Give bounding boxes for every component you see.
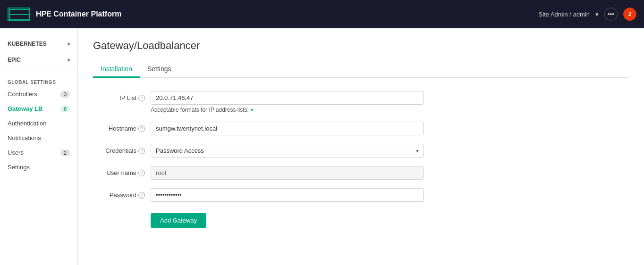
gateway-form: IP List ? Acceptable formats for IP addr…	[93, 91, 424, 228]
hostname-label: Hostname ?	[93, 122, 145, 132]
epic-section[interactable]: EPIC ▾	[0, 52, 77, 68]
username-input[interactable]	[151, 166, 424, 180]
chevron-icon[interactable]: ▾	[595, 11, 599, 18]
sidebar-item-controllers[interactable]: Controllers 3	[0, 87, 77, 101]
sidebar-label-authentication: Authentication	[8, 120, 46, 127]
more-options-button[interactable]: •••	[604, 8, 618, 21]
credentials-control: Password Access Key Based Access ▾	[151, 144, 424, 157]
password-label: Password ?	[93, 188, 145, 199]
credentials-label: Credentials ?	[93, 144, 145, 154]
sidebar-badge-users: 2	[60, 149, 70, 156]
hostname-input[interactable]	[151, 122, 424, 135]
ip-list-info-icon[interactable]: ?	[138, 95, 145, 101]
credentials-select[interactable]: Password Access Key Based Access	[151, 144, 424, 157]
credentials-row: Credentials ? Password Access Key Based …	[93, 144, 424, 157]
password-input[interactable]	[151, 188, 424, 202]
epic-label: EPIC	[8, 57, 21, 63]
ip-list-input[interactable]	[151, 91, 424, 105]
sidebar-label-settings: Settings	[8, 164, 30, 171]
hostname-control	[151, 122, 424, 135]
ip-list-control: Acceptable formats for IP address lists:…	[151, 91, 424, 113]
ip-list-label-text: IP List	[119, 94, 136, 101]
header-title: HPE Container Platform	[36, 10, 121, 18]
form-actions: Add Gateway	[151, 213, 424, 228]
global-settings-section-label: GLOBAL SETTINGS	[0, 76, 77, 87]
username-control	[151, 166, 424, 180]
sidebar-badge-controllers: 3	[60, 91, 70, 98]
epic-chevron: ▾	[68, 58, 70, 63]
sidebar-label-gateway-lb: Gateway LB	[8, 105, 42, 112]
add-gateway-button[interactable]: Add Gateway	[151, 213, 206, 228]
username-row: User name ?	[93, 166, 424, 180]
sidebar: KUBERNETES ▾ EPIC ▾ GLOBAL SETTINGS Cont…	[0, 28, 78, 265]
notifications-button[interactable]: 2	[623, 8, 636, 21]
password-control	[151, 188, 424, 202]
tab-settings[interactable]: Settings	[140, 61, 179, 78]
hostname-label-text: Hostname	[109, 125, 136, 132]
username-info-icon[interactable]: ?	[138, 170, 145, 176]
app-header: HPE Container Platform Site Admin / admi…	[0, 0, 644, 28]
sidebar-item-notifications[interactable]: Notifications	[0, 131, 77, 145]
acceptable-formats-toggle[interactable]: Acceptable formats for IP address lists:…	[151, 107, 424, 113]
hostname-info-icon[interactable]: ?	[138, 125, 145, 132]
app-layout: KUBERNETES ▾ EPIC ▾ GLOBAL SETTINGS Cont…	[0, 28, 644, 265]
kubernetes-label: KUBERNETES	[8, 41, 47, 47]
sidebar-item-authentication[interactable]: Authentication	[0, 116, 77, 131]
ip-list-row: IP List ? Acceptable formats for IP addr…	[93, 91, 424, 113]
sidebar-divider	[0, 72, 77, 72]
username-label: User name ?	[93, 166, 145, 176]
password-label-text: Password	[110, 191, 136, 199]
password-info-icon[interactable]: ?	[138, 192, 145, 199]
kubernetes-section[interactable]: KUBERNETES ▾	[0, 36, 77, 52]
main-content: Gateway/Loadbalancer Installation Settin…	[78, 28, 644, 265]
sidebar-item-gateway-lb[interactable]: Gateway LB 0	[0, 101, 77, 116]
header-left: HPE Container Platform	[8, 8, 121, 21]
sidebar-label-notifications: Notifications	[8, 134, 41, 141]
username-label-text: User name	[106, 169, 136, 176]
kubernetes-chevron: ▾	[68, 41, 70, 47]
tab-installation[interactable]: Installation	[93, 61, 140, 78]
ip-list-label: IP List ?	[93, 91, 145, 101]
password-row: Password ?	[93, 188, 424, 202]
sidebar-label-controllers: Controllers	[8, 91, 37, 98]
header-right: Site Admin / admin ▾ ••• 2	[539, 8, 636, 21]
credentials-select-wrapper: Password Access Key Based Access ▾	[151, 144, 424, 157]
hpe-logo	[8, 8, 30, 21]
credentials-info-icon[interactable]: ?	[138, 148, 145, 154]
sidebar-label-users: Users	[8, 149, 24, 156]
hostname-row: Hostname ?	[93, 122, 424, 135]
acceptable-formats-chevron: ▾	[251, 107, 254, 113]
sidebar-item-settings[interactable]: Settings	[0, 160, 77, 174]
page-title: Gateway/Loadbalancer	[93, 40, 629, 52]
credentials-label-text: Credentials	[105, 147, 136, 154]
acceptable-formats-text: Acceptable formats for IP address lists:	[151, 107, 249, 113]
sidebar-item-users[interactable]: Users 2	[0, 145, 77, 160]
tabs: Installation Settings	[93, 61, 629, 78]
sidebar-badge-gateway-lb: 0	[60, 106, 70, 112]
header-user: Site Admin / admin	[539, 11, 590, 18]
